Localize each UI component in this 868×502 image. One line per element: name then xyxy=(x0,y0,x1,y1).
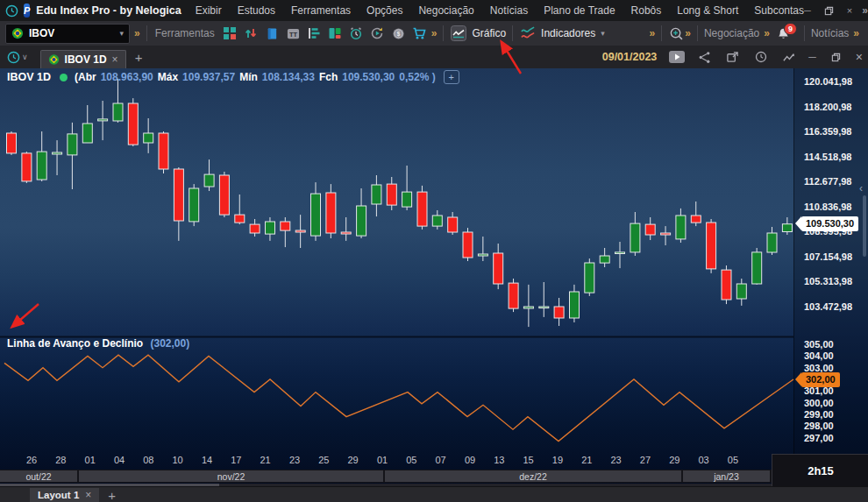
new-tab-button[interactable]: + xyxy=(135,50,143,65)
text-tool-icon[interactable]: TT xyxy=(285,25,302,42)
menu-item-not-cias[interactable]: Notícias xyxy=(490,4,528,17)
negociacao-chevron[interactable]: » xyxy=(764,27,770,39)
vertical-scroll-thumb[interactable] xyxy=(863,195,866,257)
layout-bar: Layout 1 × + xyxy=(0,486,868,502)
chart-restore-icon[interactable] xyxy=(828,49,844,66)
candle-36 xyxy=(539,282,549,317)
chart-type-icon[interactable] xyxy=(780,49,797,66)
tab-ibov-1d[interactable]: IBOV 1D × xyxy=(40,50,126,69)
symbol-dropdown-icon[interactable]: ▾ xyxy=(119,29,124,38)
candle-10 xyxy=(144,118,153,153)
mdi-overflow-chevron[interactable]: » xyxy=(862,4,868,17)
high-value: 109.937,57 xyxy=(182,71,235,83)
menu-item-rob-s[interactable]: Robôs xyxy=(631,4,662,17)
chart-close-icon[interactable]: × xyxy=(856,50,863,64)
panel-collapse-icon[interactable]: ‹ xyxy=(859,182,863,194)
negociacao-label[interactable]: Negociação xyxy=(704,27,759,39)
ferramentas-label: Ferramentas xyxy=(155,27,215,39)
alarm-icon[interactable] xyxy=(348,25,365,42)
scrollbar-thumb[interactable] xyxy=(0,484,219,486)
tab-close-icon[interactable]: × xyxy=(112,53,118,66)
candle-4 xyxy=(53,140,62,175)
menu-item-negocia-o[interactable]: Negociação xyxy=(418,4,473,17)
x-axis-label: 25 xyxy=(318,455,329,465)
symbol-overflow-chevron[interactable]: » xyxy=(134,27,140,39)
noticias-chevron[interactable]: » xyxy=(853,27,859,39)
chart-minimize-icon[interactable]: ─ xyxy=(808,51,816,63)
candle-32 xyxy=(478,237,487,261)
volume-bars-icon[interactable] xyxy=(306,25,323,42)
indicator-title: Linha de Avanço e Declínio (302,00) xyxy=(7,337,189,350)
blocks-icon[interactable] xyxy=(327,25,344,42)
replay-play-icon[interactable] xyxy=(668,49,685,66)
mdi-minimize-icon[interactable]: ─ xyxy=(804,5,811,16)
clock-caret-icon[interactable]: ∨ xyxy=(22,53,28,61)
session-clock-icon[interactable] xyxy=(5,3,18,19)
noticias-label[interactable]: Notícias xyxy=(811,27,849,39)
candle-34 xyxy=(509,279,518,312)
chart-region[interactable]: IBOV 1D (Abr 108.963,90 Máx 109.937,57 M… xyxy=(0,68,868,486)
zoom-overflow-chevron[interactable]: » xyxy=(685,27,691,39)
y-axis-label: 297,00 xyxy=(804,433,834,443)
overflow-chevron[interactable]: » xyxy=(650,27,656,39)
month-segment-out-22: out/22 xyxy=(0,470,77,482)
horizontal-scrollbar[interactable] xyxy=(0,484,793,486)
menu-item-estudos[interactable]: Estudos xyxy=(238,4,275,17)
candle-46 xyxy=(691,202,701,226)
layout-tab[interactable]: Layout 1 × xyxy=(30,488,99,502)
menu-item-subcontas[interactable]: Subcontas xyxy=(754,4,804,17)
menu-item-exibir[interactable]: Exibir xyxy=(196,4,222,17)
notifications-button[interactable]: 9 xyxy=(775,25,793,42)
share-icon[interactable] xyxy=(696,49,713,66)
chart-date[interactable]: 09/01/2023 xyxy=(602,51,658,63)
layout-grid-icon[interactable] xyxy=(222,25,238,42)
symbol-selector[interactable]: IBOV ▾ xyxy=(5,24,130,44)
replay-icon[interactable] xyxy=(369,25,386,42)
y-axis-label: 305,00 xyxy=(804,339,834,350)
menu-item-op-es[interactable]: Opções xyxy=(366,4,402,17)
buy-sell-arrows-icon[interactable] xyxy=(243,25,260,42)
indicators-icon xyxy=(519,25,536,42)
mdi-window-controls: ─ × » xyxy=(804,3,868,19)
candle-1 xyxy=(7,131,17,155)
brazil-flag-icon xyxy=(11,27,24,39)
add-layout-button[interactable]: + xyxy=(108,488,116,502)
candle-37 xyxy=(554,298,564,326)
candlestick-plot[interactable] xyxy=(0,68,868,486)
indicadores-dropdown-icon[interactable]: ▾ xyxy=(601,29,605,38)
tabrow-right: 09/01/2023 ─ × xyxy=(602,49,863,66)
symbol-label: IBOV xyxy=(29,27,114,39)
tools-overflow-chevron[interactable]: » xyxy=(431,27,438,39)
zoom-search-icon[interactable] xyxy=(668,25,685,42)
indicadores-button[interactable]: Indicadores ▾ xyxy=(519,25,605,42)
add-indicator-button[interactable]: + xyxy=(444,70,459,84)
svg-text:$: $ xyxy=(396,31,400,38)
x-axis-label: 07 xyxy=(435,455,445,465)
divider xyxy=(146,25,147,41)
menu-item-long-short[interactable]: Long & Short xyxy=(677,4,738,17)
layout-tab-close-icon[interactable]: × xyxy=(85,489,91,501)
x-axis-label: 01 xyxy=(85,455,96,465)
timeframe-clock-icon[interactable] xyxy=(752,49,769,66)
book-icon[interactable] xyxy=(264,25,281,42)
x-axis-label: 21 xyxy=(260,455,270,465)
mdi-close-icon[interactable]: × xyxy=(847,5,852,16)
x-axis-label: 09 xyxy=(465,455,475,465)
grafico-button[interactable]: Gráfico xyxy=(450,25,506,42)
candle-20 xyxy=(295,215,305,248)
popout-window-icon[interactable] xyxy=(724,49,741,66)
mdi-restore-icon[interactable] xyxy=(821,3,837,19)
x-axis-label: 03 xyxy=(698,455,708,465)
x-axis-label: 08 xyxy=(143,455,153,465)
x-axis-label: 28 xyxy=(55,455,66,465)
menu-item-plano-de-trade[interactable]: Plano de Trade xyxy=(544,4,615,17)
month-segment-nov-22: nov/22 xyxy=(79,470,383,482)
candle-7 xyxy=(98,101,108,140)
menu-item-ferramentas[interactable]: Ferramentas xyxy=(291,4,351,17)
y-axis-label: 303,00 xyxy=(804,363,834,373)
cart-icon[interactable] xyxy=(411,25,428,42)
last-price-tag: 109.530,30 xyxy=(801,216,858,231)
replay-clock-icon[interactable] xyxy=(5,49,22,66)
coin-icon[interactable]: $ xyxy=(390,25,407,42)
x-axis-label: 01 xyxy=(377,455,388,465)
